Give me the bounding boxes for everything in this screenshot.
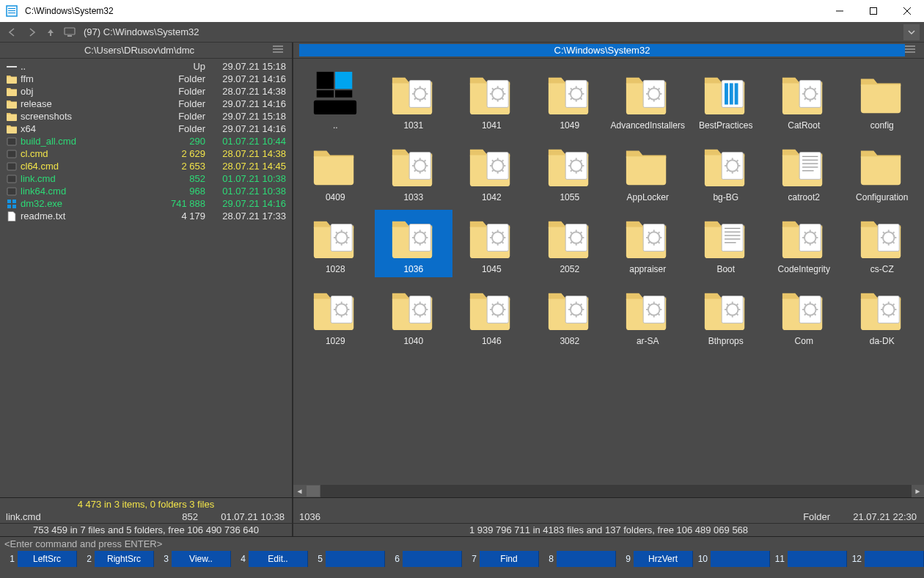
fn-key-8[interactable]: 8 xyxy=(539,551,616,567)
icon-item[interactable]: 1049 xyxy=(531,66,609,133)
right-selection-summary xyxy=(293,498,924,511)
icon-item[interactable]: Bthprops xyxy=(687,282,766,349)
list-item[interactable]: link64.cmd96801.07.21 10:38 xyxy=(0,185,292,197)
icon-item[interactable]: AppLocker xyxy=(609,138,687,205)
address-dropdown[interactable] xyxy=(903,24,920,40)
right-icon-view[interactable]: ..103110411049AdvancedInstallersBestPrac… xyxy=(293,59,924,485)
scroll-left-arrow[interactable]: ◄ xyxy=(293,485,306,497)
icon-item[interactable]: 1040 xyxy=(375,282,453,349)
icon-label: catroot2 xyxy=(788,192,820,202)
list-item[interactable]: readme.txt4 17928.07.21 17:33 xyxy=(0,210,292,222)
folder-icon xyxy=(700,69,752,117)
list-item[interactable]: ffmFolder29.07.21 14:16 xyxy=(0,73,292,85)
close-button[interactable] xyxy=(890,0,924,22)
folder-icon xyxy=(856,141,909,189)
icon-label: config xyxy=(870,120,894,131)
icon-item[interactable]: 1036 xyxy=(375,210,453,277)
icon-item[interactable]: 2052 xyxy=(531,210,609,277)
fn-key-1[interactable]: 1LeftSrc xyxy=(0,551,77,567)
forward-button[interactable] xyxy=(23,24,40,40)
icon-item[interactable]: cs-CZ xyxy=(843,210,922,277)
fn-number: 10 xyxy=(693,551,711,567)
icon-item[interactable]: ar-SA xyxy=(609,282,687,349)
icon-item[interactable]: CatRoot xyxy=(765,66,843,133)
icon-item[interactable]: BestPractices xyxy=(687,66,766,133)
svg-rect-13 xyxy=(7,150,16,158)
icon-item[interactable]: CodeIntegrity xyxy=(765,210,843,277)
folder-icon xyxy=(465,141,518,189)
icon-item[interactable]: bg-BG xyxy=(687,138,766,205)
right-panel-header[interactable]: C:\Windows\System32 xyxy=(293,43,924,59)
fn-number: 4 xyxy=(231,551,249,567)
icon-label: Bthprops xyxy=(708,336,744,346)
icon-item[interactable]: 1031 xyxy=(375,66,453,133)
fn-key-3[interactable]: 3View.. xyxy=(154,551,231,567)
left-file-list[interactable]: ..Up29.07.21 15:18ffmFolder29.07.21 14:1… xyxy=(0,59,292,497)
list-item[interactable]: screenshotsFolder29.07.21 15:18 xyxy=(0,110,292,122)
list-item[interactable]: objFolder28.07.21 14:38 xyxy=(0,85,292,98)
address-bar[interactable]: (97) C:\Windows\System32 xyxy=(81,26,898,37)
left-panel-header[interactable]: C:\Users\DRusov\dm\dmc xyxy=(0,43,292,59)
bat-icon xyxy=(6,174,18,184)
folder-icon xyxy=(777,69,830,117)
title-bar: C:\Windows\System32 xyxy=(0,0,924,22)
list-item[interactable]: build_all.cmd29001.07.21 10:44 xyxy=(0,135,292,147)
list-item[interactable]: ..Up29.07.21 15:18 xyxy=(0,60,292,73)
list-item[interactable]: releaseFolder29.07.21 14:16 xyxy=(0,98,292,110)
scroll-thumb[interactable] xyxy=(306,485,320,497)
maximize-button[interactable] xyxy=(857,0,890,22)
icon-item[interactable]: 3082 xyxy=(531,282,609,349)
icon-item[interactable]: 1028 xyxy=(296,210,375,277)
fn-label: HrzVert xyxy=(634,554,692,564)
icon-item[interactable]: da-DK xyxy=(843,282,922,349)
icon-item[interactable]: Boot xyxy=(687,210,766,277)
horizontal-scrollbar[interactable]: ◄ ► xyxy=(293,485,924,497)
icon-item[interactable]: 1046 xyxy=(452,282,531,349)
minimize-button[interactable] xyxy=(823,0,857,22)
scroll-track[interactable] xyxy=(306,485,912,497)
command-line[interactable]: <Enter command and press ENTER> xyxy=(0,536,924,551)
icon-item[interactable]: 1041 xyxy=(452,66,531,133)
fn-key-11[interactable]: 11 xyxy=(770,551,847,567)
icon-item[interactable]: 1045 xyxy=(452,210,531,277)
icon-label: AppLocker xyxy=(627,192,669,202)
fn-key-4[interactable]: 4Edit.. xyxy=(231,551,308,567)
list-item[interactable]: dm32.exe741 88829.07.21 14:16 xyxy=(0,197,292,210)
folder-icon xyxy=(6,74,18,84)
scroll-right-arrow[interactable]: ► xyxy=(912,485,924,497)
up-icon xyxy=(6,62,18,72)
fn-key-6[interactable]: 6 xyxy=(385,551,462,567)
icon-item[interactable]: AdvancedInstallers xyxy=(609,66,687,133)
icon-item[interactable]: 1033 xyxy=(375,138,453,205)
list-item[interactable]: x64Folder29.07.21 14:16 xyxy=(0,122,292,135)
fn-key-9[interactable]: 9HrzVert xyxy=(616,551,693,567)
icon-item[interactable]: catroot2 xyxy=(765,138,843,205)
fn-key-5[interactable]: 5 xyxy=(308,551,385,567)
icon-item[interactable]: Com xyxy=(765,282,843,349)
list-item[interactable]: cl.cmd2 62928.07.21 14:38 xyxy=(0,147,292,160)
file-date: 01.07.21 10:38 xyxy=(205,185,286,197)
icon-item[interactable]: appraiser xyxy=(609,210,687,277)
hamburger-icon[interactable] xyxy=(905,44,918,56)
hamburger-icon[interactable] xyxy=(273,44,286,56)
icon-item[interactable]: 1042 xyxy=(452,138,531,205)
fn-key-12[interactable]: 12 xyxy=(847,551,924,567)
icon-item[interactable]: 1029 xyxy=(296,282,375,349)
icon-item[interactable]: config xyxy=(843,66,922,133)
list-item[interactable]: link.cmd85201.07.21 10:38 xyxy=(0,172,292,185)
folder-icon xyxy=(543,213,596,261)
back-button[interactable] xyxy=(4,24,21,40)
list-item[interactable]: cl64.cmd2 65328.07.21 14:45 xyxy=(0,160,292,172)
fn-key-2[interactable]: 2RightSrc xyxy=(77,551,154,567)
fn-key-7[interactable]: 7Find xyxy=(462,551,539,567)
fn-key-10[interactable]: 10 xyxy=(693,551,770,567)
up-button[interactable] xyxy=(43,24,59,40)
pc-icon[interactable] xyxy=(62,24,78,40)
icon-item[interactable]: 1055 xyxy=(531,138,609,205)
icon-item[interactable]: Configuration xyxy=(843,138,922,205)
left-stats: 753 459 in 7 files and 5 folders, free 1… xyxy=(0,523,292,536)
icon-item[interactable]: 0409 xyxy=(296,138,375,205)
folder-icon xyxy=(465,213,518,261)
left-panel: C:\Users\DRusov\dm\dmc ..Up29.07.21 15:1… xyxy=(0,43,293,497)
icon-item[interactable]: .. xyxy=(296,66,375,133)
